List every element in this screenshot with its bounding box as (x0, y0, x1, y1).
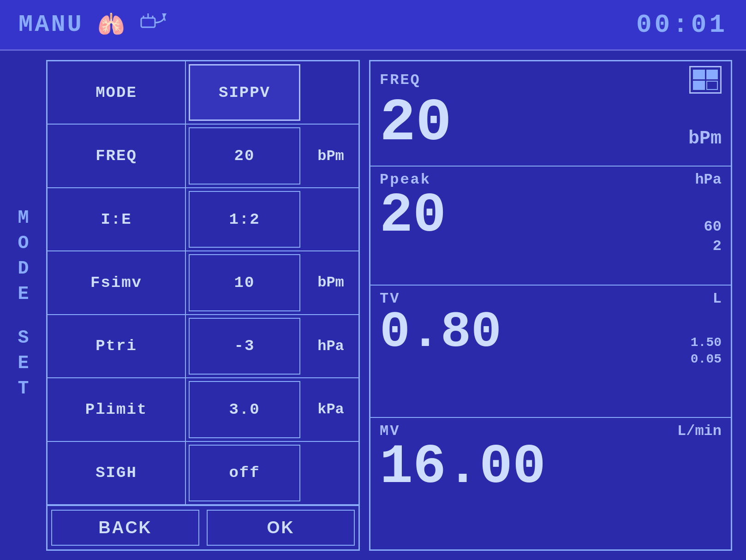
plimit-label-cell: Plimit (48, 378, 186, 441)
header-left: MANU 🫁 (18, 9, 167, 41)
freq-unit: bPm (688, 128, 722, 154)
ppeak-sub-values: 60 2 (704, 217, 722, 256)
ok-button[interactable]: OK (207, 510, 355, 546)
tv-sub-bottom: 0.05 (691, 351, 722, 368)
fsimv-value-cell[interactable]: 10 (189, 254, 300, 311)
freq-display-icon (689, 66, 722, 94)
mode-value-cell[interactable]: SIPPV (189, 64, 300, 121)
freq-value-cell[interactable]: 20 (189, 127, 300, 184)
sigh-value-cell[interactable]: off (189, 445, 300, 501)
tv-value-row: 0.80 1.50 0.05 (380, 307, 722, 368)
sigh-label-cell: SIGH (48, 442, 186, 504)
mv-main-value: 16.00 (380, 440, 546, 495)
fsimv-label-cell: Fsimv (48, 251, 186, 314)
side-label-mode: MODE (13, 208, 34, 309)
button-row: BACK OK (48, 505, 358, 549)
ppeak-sub-top: 60 (704, 217, 722, 237)
power-icon (139, 9, 167, 41)
ppeak-value-row: 20 60 2 (380, 188, 722, 256)
svg-rect-0 (141, 18, 155, 27)
mode-label-cell: MODE (48, 61, 186, 124)
ppeak-unit: hPa (695, 171, 722, 188)
freq-value: 20 (380, 94, 452, 154)
ie-value-cell[interactable]: 1:2 (189, 191, 300, 248)
freq-section: FREQ 20 bPm (370, 61, 731, 167)
settings-row-plimit: Plimit 3.0 kPa (48, 378, 358, 441)
ptri-unit-cell: hPa (303, 315, 358, 377)
settings-row-sigh: SIGH off (48, 442, 358, 505)
svg-marker-5 (162, 13, 167, 18)
fsimv-unit-cell: bPm (303, 251, 358, 314)
ppeak-sub-bottom: 2 (713, 237, 722, 256)
sigh-unit-cell (303, 442, 358, 504)
ptri-label-cell: Ptri (48, 315, 186, 377)
main-content: MODE SET MODE SIPPV FREQ 20 bPm (0, 51, 746, 560)
header-time: 00:01 (636, 10, 728, 40)
plimit-unit-cell: kPa (303, 378, 358, 441)
plimit-value-cell[interactable]: 3.0 (189, 381, 300, 438)
mode-unit-cell (303, 61, 358, 124)
header: MANU 🫁 00:01 (0, 0, 746, 51)
tv-sub-top: 1.50 (691, 334, 722, 351)
tv-section: TV L 0.80 1.50 0.05 (370, 286, 731, 418)
ppeak-main-value: 20 (380, 188, 446, 244)
ptri-value-cell[interactable]: -3 (189, 318, 300, 375)
mode-label: MANU (18, 11, 84, 38)
ppeak-section: Ppeak hPa 20 60 2 (370, 167, 731, 286)
freq-unit-cell: bPm (303, 125, 358, 187)
tv-main-value: 0.80 (380, 307, 501, 358)
settings-row-freq: FREQ 20 bPm (48, 125, 358, 188)
freq-title: FREQ (380, 71, 421, 89)
mv-value-row: 16.00 (380, 440, 722, 495)
mv-section: MV L/min 16.00 (370, 418, 731, 549)
lungs-icon: 🫁 (97, 12, 125, 38)
side-label: MODE SET (9, 60, 37, 551)
back-button[interactable]: BACK (51, 510, 199, 546)
ie-label-cell: I:E (48, 188, 186, 250)
settings-row-fsimv: Fsimv 10 bPm (48, 251, 358, 315)
freq-label-cell: FREQ (48, 125, 186, 187)
freq-value-row: 20 bPm (380, 94, 722, 154)
mv-unit: L/min (677, 423, 722, 440)
settings-panel: MODE SIPPV FREQ 20 bPm I:E 1:2 (46, 60, 360, 551)
tv-sub-values: 1.50 0.05 (691, 334, 722, 368)
side-label-set: SET (13, 328, 34, 404)
settings-row-ie: I:E 1:2 (48, 188, 358, 251)
ie-unit-cell (303, 188, 358, 250)
tv-unit: L (713, 290, 722, 307)
settings-row-mode: MODE SIPPV (48, 61, 358, 125)
right-panel: FREQ 20 bPm Ppeak hPa 20 (369, 60, 732, 551)
settings-row-ptri: Ptri -3 hPa (48, 315, 358, 378)
